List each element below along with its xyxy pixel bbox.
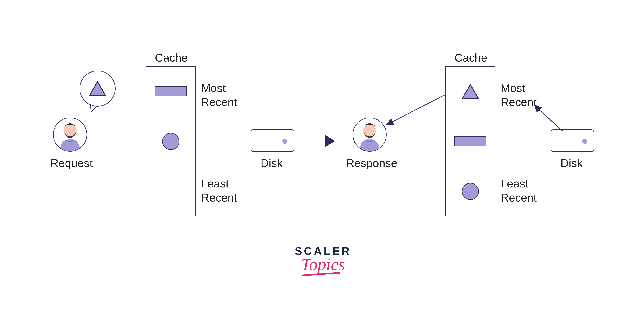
svg-marker-3 <box>462 85 478 98</box>
response-label: Response <box>346 157 397 170</box>
request-label: Request <box>50 157 92 170</box>
most-recent-left-1: Most <box>201 82 226 95</box>
disk-right <box>551 129 594 152</box>
arrow-cache-to-user <box>382 93 447 129</box>
svg-line-4 <box>386 95 445 125</box>
request-speech-bubble <box>80 71 116 107</box>
svg-point-1 <box>64 124 77 137</box>
cache-slot-right-0 <box>445 66 495 116</box>
triangle-shape <box>461 83 480 99</box>
disk-dot-icon <box>582 139 587 144</box>
cache-slot-left-0 <box>146 66 196 116</box>
disk-left <box>251 129 294 152</box>
triangle-icon <box>88 81 106 97</box>
cache-slot-right-1 <box>445 116 495 166</box>
circle-shape <box>462 183 479 200</box>
user-avatar-left <box>53 118 87 152</box>
cache-title-right: Cache <box>454 51 487 64</box>
rectangle-shape <box>454 137 486 146</box>
disk-label-left: Disk <box>260 157 283 170</box>
least-recent-right-2: Recent <box>501 191 537 204</box>
most-recent-right-1: Most <box>501 82 525 95</box>
cache-slot-right-2 <box>445 166 495 216</box>
play-arrow-icon <box>324 135 335 147</box>
disk-dot-icon <box>282 139 287 144</box>
least-recent-right-1: Least <box>501 177 528 190</box>
rectangle-shape <box>155 87 187 96</box>
cache-slot-left-1 <box>146 116 196 166</box>
user-avatar-right <box>352 118 387 152</box>
least-recent-left-2: Recent <box>201 191 237 204</box>
svg-line-5 <box>534 105 562 131</box>
cache-slot-left-2 <box>146 166 196 216</box>
logo-sub: Topics <box>293 255 353 274</box>
least-recent-left-1: Least <box>201 177 229 190</box>
svg-point-2 <box>363 124 376 137</box>
most-recent-left-2: Recent <box>201 96 237 109</box>
scaler-topics-logo: SCALER Topics <box>293 244 353 274</box>
arrow-disk-to-most-recent <box>530 102 566 133</box>
circle-shape <box>162 133 179 150</box>
disk-label-right: Disk <box>560 157 583 170</box>
diagram-canvas: Request Cache Most Recent Least Recent D… <box>0 0 644 327</box>
cache-title-left: Cache <box>155 51 188 64</box>
svg-marker-0 <box>90 82 106 96</box>
